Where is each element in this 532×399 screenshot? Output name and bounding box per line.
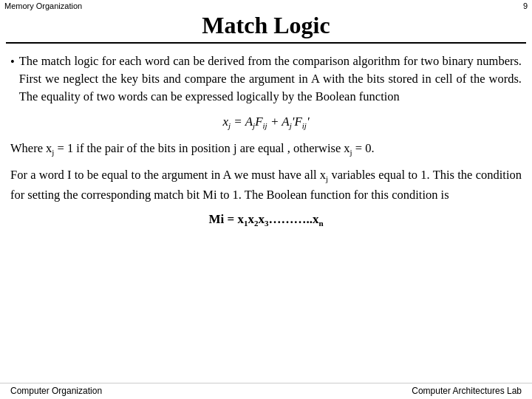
bottom-bar: Computer Organization Computer Architect… xyxy=(0,383,532,396)
second-paragraph: For a word I to be equal to the argument… xyxy=(10,166,522,203)
bottom-left-label: Computer Organization xyxy=(10,386,102,396)
mi-formula: Mi = x1x2x3………..xn xyxy=(10,211,522,230)
bullet-text: The match logic for each word can be der… xyxy=(19,52,522,106)
formula-line: xj = AjFij + Aj'Fij' xyxy=(10,113,522,132)
page-wrapper: Memory Organization 9 Match Logic • The … xyxy=(0,0,532,399)
content-area: • The match logic for each word can be d… xyxy=(0,50,532,238)
page-number: 9 xyxy=(523,1,528,10)
memory-organization-label: Memory Organization xyxy=(4,1,82,10)
bottom-right-label: Computer Architectures Lab xyxy=(412,386,522,396)
top-bar: Memory Organization 9 xyxy=(0,0,532,12)
page-title: Match Logic xyxy=(6,12,526,39)
bullet-paragraph: • The match logic for each word can be d… xyxy=(10,52,522,106)
title-section: Match Logic xyxy=(6,12,526,44)
bullet-symbol: • xyxy=(10,53,15,106)
where-paragraph: Where xj = 1 if the pair of the bits in … xyxy=(10,140,522,159)
